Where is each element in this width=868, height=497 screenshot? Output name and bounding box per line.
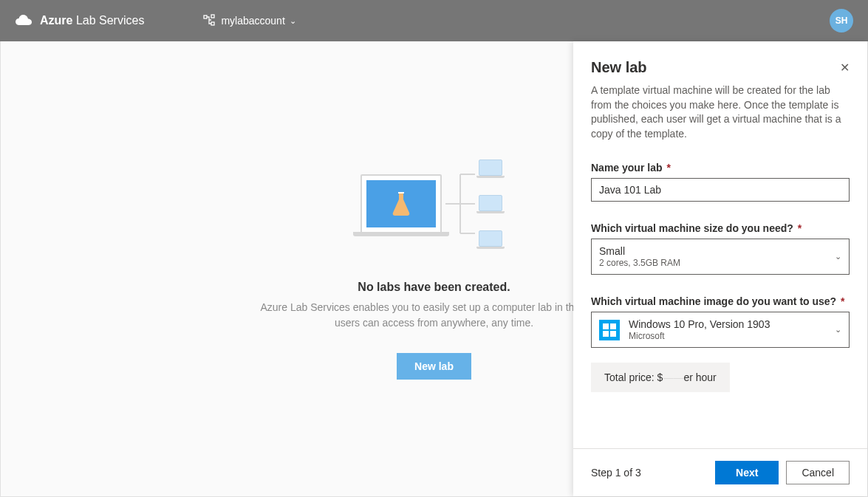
top-nav-bar: Azure Lab Services mylabaccount ⌄ SH — [0, 0, 868, 41]
vm-size-dropdown[interactable]: Small 2 cores, 3.5GB RAM ⌄ — [591, 239, 850, 275]
lab-account-name: mylabaccount — [221, 15, 284, 27]
svg-rect-1 — [211, 15, 214, 18]
vm-image-label: Which virtual machine image do you want … — [591, 295, 850, 307]
svg-rect-7 — [610, 331, 616, 337]
panel-title: New lab — [591, 59, 647, 76]
empty-state-description: Azure Lab Services enables you to easily… — [250, 300, 619, 331]
chevron-down-icon: ⌄ — [290, 16, 296, 26]
svg-rect-4 — [603, 323, 609, 329]
close-icon[interactable]: ✕ — [840, 61, 850, 75]
lab-name-input[interactable] — [591, 178, 850, 202]
lab-account-selector[interactable]: mylabaccount ⌄ — [203, 14, 295, 28]
cancel-button[interactable]: Cancel — [786, 461, 850, 484]
windows-icon — [599, 320, 620, 340]
new-lab-button[interactable]: New lab — [397, 353, 471, 380]
next-button[interactable]: Next — [715, 461, 779, 484]
chevron-down-icon: ⌄ — [835, 325, 841, 335]
svg-rect-6 — [603, 331, 609, 337]
svg-rect-3 — [398, 192, 404, 193]
panel-description: A template virtual machine will be creat… — [591, 83, 850, 141]
new-lab-panel: New lab ✕ A template virtual machine wil… — [573, 41, 867, 496]
vm-image-dropdown[interactable]: Windows 10 Pro, Version 1903 Microsoft ⌄ — [591, 312, 850, 348]
user-avatar[interactable]: SH — [830, 9, 853, 32]
flow-icon — [203, 14, 215, 28]
svg-rect-5 — [610, 323, 616, 329]
chevron-down-icon: ⌄ — [835, 252, 841, 261]
price-summary: Total price: $——er hour — [591, 363, 730, 392]
lab-name-label: Name your lab * — [591, 162, 850, 174]
svg-rect-0 — [204, 16, 207, 18]
step-indicator: Step 1 of 3 — [591, 467, 641, 479]
main-content: No labs have been created. Azure Lab Ser… — [0, 41, 868, 497]
svg-rect-2 — [211, 22, 214, 25]
azure-cloud-icon — [15, 12, 33, 30]
brand-title: Azure Lab Services — [40, 14, 144, 27]
lab-illustration — [353, 160, 516, 256]
vm-size-label: Which virtual machine size do you need? … — [591, 222, 850, 234]
